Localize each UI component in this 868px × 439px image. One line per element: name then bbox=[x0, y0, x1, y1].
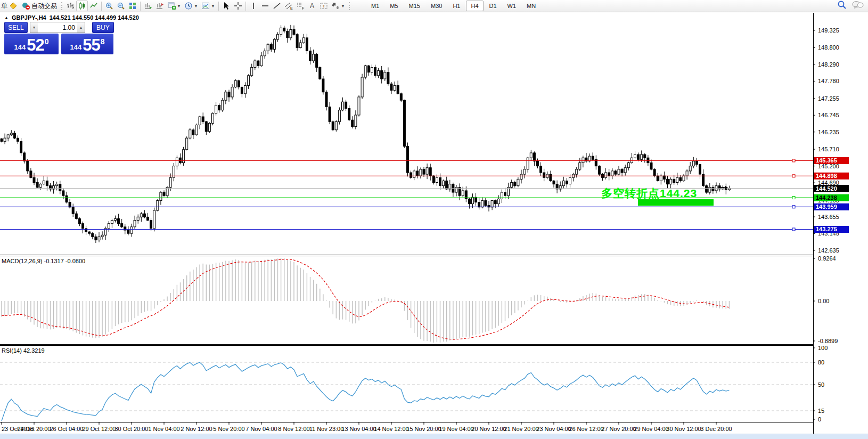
candle-body bbox=[523, 169, 526, 174]
candle-body bbox=[667, 179, 669, 184]
equidistant-channel-button[interactable]: E bbox=[283, 1, 294, 11]
sell-price-button[interactable]: 144 52 0 bbox=[4, 34, 59, 54]
auto-scroll-button[interactable] bbox=[142, 1, 154, 11]
timeframe-M1[interactable]: M1 bbox=[366, 1, 384, 11]
tile-windows-button[interactable] bbox=[127, 1, 138, 11]
candle-body bbox=[615, 171, 617, 174]
chart-canvas: 149.325148.800148.290147.780147.255146.7… bbox=[0, 0, 868, 439]
vertical-line-button[interactable] bbox=[248, 1, 259, 11]
candle-body bbox=[299, 43, 301, 47]
bar-chart-button[interactable] bbox=[64, 1, 76, 11]
time-axis-label: 14 Nov 12:00 bbox=[374, 426, 408, 432]
timeframe-MN[interactable]: MN bbox=[522, 1, 541, 11]
timeframe-D1[interactable]: D1 bbox=[485, 1, 502, 11]
line-handle[interactable] bbox=[792, 159, 795, 162]
volume-decrease-button[interactable]: ▼ bbox=[30, 22, 38, 32]
zoom-in-button[interactable] bbox=[103, 1, 115, 11]
candle-body bbox=[222, 100, 224, 110]
candle-body bbox=[660, 176, 662, 181]
volume-input[interactable] bbox=[38, 22, 77, 32]
volume-box: ▼ ▲ bbox=[30, 22, 85, 33]
crosshair-button[interactable] bbox=[232, 1, 244, 11]
candle-body bbox=[111, 220, 113, 223]
time-axis-label: 5 Nov 20:00 bbox=[213, 426, 244, 432]
periods-dropdown-button[interactable]: ▼ bbox=[183, 1, 200, 11]
chart-shift-button[interactable] bbox=[154, 1, 166, 11]
buy-button[interactable]: BUY bbox=[92, 22, 114, 33]
metaeditor-button[interactable] bbox=[7, 1, 19, 11]
rsi-axis-label: 50 bbox=[818, 381, 824, 388]
trendline-button[interactable] bbox=[271, 1, 283, 11]
symbol-period: GBPJPY-,H4 bbox=[12, 14, 46, 21]
candle-body bbox=[543, 173, 545, 177]
new-order-button[interactable]: 单 bbox=[1, 2, 7, 11]
fibonacci-button[interactable]: F bbox=[294, 1, 306, 11]
candle-body bbox=[494, 200, 496, 204]
annotation-text[interactable]: 多空转折点144.23 bbox=[601, 186, 697, 201]
candle-body bbox=[695, 161, 698, 164]
candle-body bbox=[39, 184, 42, 188]
buy-price-button[interactable]: 144 55 8 bbox=[61, 34, 113, 54]
timeframe-H4[interactable]: H4 bbox=[466, 1, 483, 11]
line-handle[interactable] bbox=[792, 206, 795, 208]
line-handle[interactable] bbox=[792, 228, 795, 231]
candle-body bbox=[364, 66, 366, 77]
templates-dropdown-button[interactable]: ▼ bbox=[200, 1, 217, 11]
horizontal-line-icon bbox=[261, 2, 269, 10]
candle-body bbox=[316, 54, 318, 68]
timeframe-H1[interactable]: H1 bbox=[448, 1, 465, 11]
candle-body bbox=[611, 171, 613, 176]
timeframe-M5[interactable]: M5 bbox=[385, 1, 403, 11]
line-chart-button[interactable] bbox=[88, 1, 100, 11]
candle-body bbox=[127, 230, 129, 233]
chat-button[interactable] bbox=[852, 1, 864, 12]
search-button[interactable] bbox=[837, 0, 847, 12]
sell-button[interactable]: SELL bbox=[4, 22, 28, 33]
candle-body bbox=[706, 186, 708, 192]
time-axis-label: 7 Nov 04:00 bbox=[245, 426, 277, 432]
price-tick-label: 147.780 bbox=[818, 78, 839, 84]
candle-body bbox=[400, 94, 402, 100]
collapse-triangle-icon[interactable]: ▲ bbox=[4, 15, 9, 20]
candle-body bbox=[562, 181, 564, 185]
horizontal-line-button[interactable] bbox=[259, 1, 271, 11]
text-button[interactable]: A bbox=[306, 1, 318, 11]
svg-text:E: E bbox=[290, 6, 293, 10]
autotrading-button[interactable]: 自动交易 bbox=[19, 1, 59, 11]
main-toolbar: 单 自动交易 bbox=[0, 0, 868, 12]
candle-body bbox=[134, 220, 136, 226]
candle-body bbox=[429, 168, 431, 176]
cursor-button[interactable] bbox=[220, 1, 232, 11]
candle-body bbox=[410, 173, 412, 177]
candle-body bbox=[569, 177, 571, 184]
timeframe-M30[interactable]: M30 bbox=[426, 1, 447, 11]
rsi-axis-label: 100 bbox=[818, 345, 828, 351]
arrows-dropdown-button[interactable]: ▼ bbox=[330, 1, 347, 11]
candle-body bbox=[186, 138, 188, 150]
line-handle[interactable] bbox=[792, 197, 795, 199]
toolbar-grip bbox=[61, 2, 62, 10]
candle-body bbox=[280, 28, 282, 34]
line-handle[interactable] bbox=[792, 175, 795, 177]
candlestick-chart-button[interactable] bbox=[76, 1, 88, 11]
yellow-diamond-icon bbox=[9, 2, 18, 10]
text-label-button[interactable]: T bbox=[318, 1, 330, 11]
volume-increase-button[interactable]: ▲ bbox=[77, 22, 85, 32]
candle-body bbox=[462, 191, 464, 196]
time-axis-label: 1 Nov 04:00 bbox=[148, 426, 179, 432]
candle-body bbox=[7, 135, 9, 138]
candle-body bbox=[627, 162, 629, 167]
candle-body bbox=[533, 153, 535, 161]
bar-chart-icon bbox=[66, 2, 75, 10]
candle-body bbox=[342, 102, 344, 110]
candle-body bbox=[286, 31, 289, 38]
macd-axis-label: 0.00 bbox=[818, 298, 829, 304]
candle-body bbox=[692, 161, 694, 166]
candle-body bbox=[179, 158, 182, 162]
timeframe-W1[interactable]: W1 bbox=[503, 1, 521, 11]
timeframe-M15[interactable]: M15 bbox=[404, 1, 425, 11]
zoom-out-button[interactable] bbox=[115, 1, 127, 11]
candle-body bbox=[302, 38, 305, 43]
new-chart-dropdown-button[interactable]: ▼ bbox=[166, 1, 183, 11]
candle-body bbox=[199, 117, 201, 125]
